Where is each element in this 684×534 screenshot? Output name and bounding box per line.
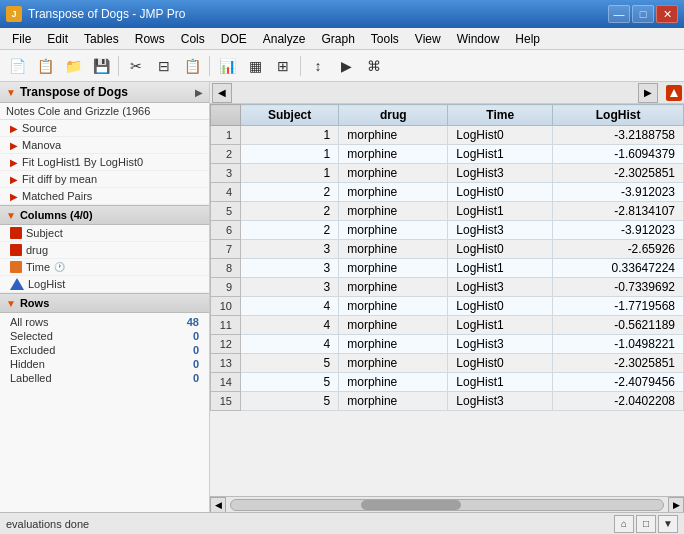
minimize-button[interactable]: — (608, 5, 630, 23)
menu-tools[interactable]: Tools (363, 30, 407, 48)
toolbar-grid[interactable]: ⊞ (270, 54, 296, 78)
menu-rows[interactable]: Rows (127, 30, 173, 48)
menu-doe[interactable]: DOE (213, 30, 255, 48)
status-bar: evaluations done ⌂ □ ▼ (0, 512, 684, 534)
cell-rownum: 9 (211, 278, 241, 297)
menu-analyze[interactable]: Analyze (255, 30, 314, 48)
cell-rownum: 2 (211, 145, 241, 164)
cell-subject: 2 (241, 202, 339, 221)
rows-collapse-icon: ▼ (6, 298, 16, 309)
toolbar-cut[interactable]: ✂ (123, 54, 149, 78)
table-row[interactable]: 104morphineLogHist0-1.7719568 (211, 297, 684, 316)
section-matched-pairs[interactable]: ▶ Matched Pairs (0, 188, 209, 205)
cell-loghist: -0.7339692 (553, 278, 684, 297)
cell-time: LogHist0 (448, 126, 553, 145)
menu-graph[interactable]: Graph (313, 30, 362, 48)
red-triangle-icon: ▶ (10, 123, 18, 134)
hidden-stat: Hidden 0 (6, 357, 203, 371)
table-row[interactable]: 145morphineLogHist1-2.4079456 (211, 373, 684, 392)
red-triangle-icon: ▶ (10, 191, 18, 202)
table-row[interactable]: 135morphineLogHist0-2.3025851 (211, 354, 684, 373)
column-loghist[interactable]: LogHist (0, 276, 209, 293)
toolbar-sort[interactable]: ↕ (305, 54, 331, 78)
menu-bar: File Edit Tables Rows Cols DOE Analyze G… (0, 28, 684, 50)
column-subject[interactable]: Subject (0, 225, 209, 242)
menu-window[interactable]: Window (449, 30, 508, 48)
column-type-icon (10, 227, 22, 239)
section-manova[interactable]: ▶ Manova (0, 137, 209, 154)
cell-subject: 4 (241, 335, 339, 354)
toolbar-open[interactable]: 📁 (60, 54, 86, 78)
toolbar-paste[interactable]: 📋 (179, 54, 205, 78)
table-row[interactable]: 62morphineLogHist3-3.912023 (211, 221, 684, 240)
table-row[interactable]: 83morphineLogHist10.33647224 (211, 259, 684, 278)
toolbar-sep1 (118, 56, 119, 76)
toolbar-run[interactable]: ▶ (333, 54, 359, 78)
table-row[interactable]: 114morphineLogHist1-0.5621189 (211, 316, 684, 335)
table-row[interactable]: 11morphineLogHist0-3.2188758 (211, 126, 684, 145)
toolbar-new[interactable]: 📄 (4, 54, 30, 78)
section-fit-loghist[interactable]: ▶ Fit LogHist1 By LogHist0 (0, 154, 209, 171)
menu-cols[interactable]: Cols (173, 30, 213, 48)
menu-icon-btn[interactable]: ▼ (658, 515, 678, 533)
home-icon-btn[interactable]: ⌂ (614, 515, 634, 533)
notes-row: Notes Cole and Grizzle (1966 (0, 103, 209, 120)
table-row[interactable]: 21morphineLogHist1-1.6094379 (211, 145, 684, 164)
cell-rownum: 6 (211, 221, 241, 240)
red-triangle-icon: ▶ (10, 157, 18, 168)
section-fit-diff[interactable]: ▶ Fit diff by mean (0, 171, 209, 188)
column-type-icon (10, 244, 22, 256)
col-header-time[interactable]: Time (448, 105, 553, 126)
menu-tables[interactable]: Tables (76, 30, 127, 48)
scroll-thumb[interactable] (361, 500, 461, 510)
cell-rownum: 13 (211, 354, 241, 373)
table-row[interactable]: 124morphineLogHist3-1.0498221 (211, 335, 684, 354)
scroll-right-btn[interactable]: ▶ (668, 497, 684, 513)
toolbar-save[interactable]: 💾 (88, 54, 114, 78)
cell-time: LogHist0 (448, 240, 553, 259)
table-row[interactable]: 52morphineLogHist1-2.8134107 (211, 202, 684, 221)
menu-edit[interactable]: Edit (39, 30, 76, 48)
cell-drug: morphine (339, 126, 448, 145)
scroll-track[interactable] (230, 499, 664, 511)
menu-file[interactable]: File (4, 30, 39, 48)
toolbar-copy2[interactable]: ⊟ (151, 54, 177, 78)
menu-help[interactable]: Help (507, 30, 548, 48)
scroll-left-btn[interactable]: ◀ (210, 497, 226, 513)
cell-time: LogHist0 (448, 297, 553, 316)
toolbar-table[interactable]: ▦ (242, 54, 268, 78)
status-text: evaluations done (6, 518, 614, 530)
layout-icon-btn[interactable]: □ (636, 515, 656, 533)
table-row[interactable]: 31morphineLogHist3-2.3025851 (211, 164, 684, 183)
horizontal-scrollbar[interactable]: ◀ ▶ (210, 496, 684, 512)
section-source[interactable]: ▶ Source (0, 120, 209, 137)
toolbar-sep2 (209, 56, 210, 76)
toolbar-chart[interactable]: 📊 (214, 54, 240, 78)
collapse-icon: ▼ (6, 87, 16, 98)
close-button[interactable]: ✕ (656, 5, 678, 23)
table-row[interactable]: 73morphineLogHist0-2.65926 (211, 240, 684, 259)
col-header-loghist[interactable]: LogHist (553, 105, 684, 126)
cell-drug: morphine (339, 278, 448, 297)
table-row[interactable]: 42morphineLogHist0-3.912023 (211, 183, 684, 202)
col-header-drug[interactable]: drug (339, 105, 448, 126)
table-row[interactable]: 93morphineLogHist3-0.7339692 (211, 278, 684, 297)
column-drug[interactable]: drug (0, 242, 209, 259)
data-table-container[interactable]: Subject drug Time LogHist 11morphineLogH… (210, 104, 684, 496)
menu-view[interactable]: View (407, 30, 449, 48)
nav-left[interactable]: ◀ (212, 83, 232, 103)
cell-time: LogHist3 (448, 335, 553, 354)
scroll-nav: ◀ ▶ (210, 82, 684, 104)
panel-expand-icon: ▶ (195, 87, 203, 98)
time-icon: 🕐 (54, 262, 65, 272)
col-header-subject[interactable]: Subject (241, 105, 339, 126)
toolbar-script[interactable]: ⌘ (361, 54, 387, 78)
maximize-button[interactable]: □ (632, 5, 654, 23)
column-time[interactable]: Time 🕐 (0, 259, 209, 276)
cell-loghist: -1.7719568 (553, 297, 684, 316)
column-type-icon (10, 261, 22, 273)
dataset-header[interactable]: ▼ Transpose of Dogs ▶ (0, 82, 209, 103)
nav-right[interactable]: ▶ (638, 83, 658, 103)
table-row[interactable]: 155morphineLogHist3-2.0402208 (211, 392, 684, 411)
toolbar-copy[interactable]: 📋 (32, 54, 58, 78)
